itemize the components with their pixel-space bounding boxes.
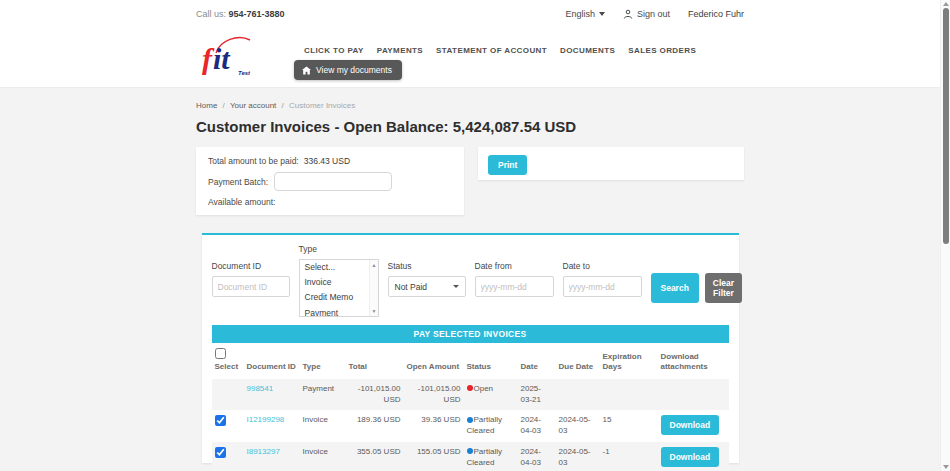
select-all-checkbox[interactable]	[215, 348, 226, 359]
cell-document-id: I12199298	[244, 410, 300, 442]
nav-documents[interactable]: DOCUMENTS	[560, 46, 615, 55]
cell-total: 355.05 USD	[346, 442, 404, 471]
cell-download	[658, 379, 729, 411]
scroll-down-icon[interactable]: ▼	[372, 308, 377, 314]
download-button[interactable]: Download	[661, 447, 720, 467]
download-button[interactable]: Download	[661, 415, 720, 435]
table-header-row: Select Document ID Type Total Open Amoun…	[212, 343, 729, 379]
scrollbar-thumb[interactable]	[943, 8, 949, 244]
search-button[interactable]: Search	[651, 273, 699, 303]
cell-select	[212, 379, 244, 411]
available-amount-label: Available amount:	[208, 197, 275, 207]
page-title: Customer Invoices - Open Balance: 5,424,…	[196, 118, 744, 135]
cell-due-date: 2024-05-03	[556, 410, 600, 442]
logo-letter-f: f	[202, 42, 212, 76]
cell-open-amount: -101,015.00 USD	[404, 379, 464, 411]
cell-download: Download	[658, 410, 729, 442]
language-label: English	[565, 9, 595, 19]
call-us: Call us: 954-761-3880	[196, 9, 285, 19]
invoice-row: I8913297 Invoice 355.05 USD 155.05 USD P…	[212, 442, 729, 471]
tooltip-text: View my documents	[316, 65, 392, 75]
language-selector[interactable]: English	[565, 9, 605, 19]
company-logo[interactable]: f it Test	[196, 36, 260, 84]
cell-due-date: 2024-05-03	[556, 442, 600, 471]
document-id-link[interactable]: 998541	[247, 384, 274, 393]
cell-open-amount: 39.36 USD	[404, 410, 464, 442]
document-id-input[interactable]	[212, 276, 290, 297]
cell-status: Partially Cleared	[464, 442, 518, 471]
cell-document-id: I8913297	[244, 442, 300, 471]
print-card: Print	[478, 147, 744, 180]
status-text: Open	[474, 384, 494, 393]
cell-status: Partially Cleared	[464, 410, 518, 442]
row-checkbox[interactable]	[215, 415, 226, 426]
breadcrumb-your-account[interactable]: Your account	[230, 101, 276, 110]
nav-click-to-pay[interactable]: CLICK TO PAY	[304, 46, 364, 55]
cell-type: Invoice	[300, 410, 346, 442]
page: Call us: 954-761-3880 English Sign out F…	[0, 0, 950, 471]
document-id-link[interactable]: I8913297	[247, 447, 280, 456]
scroll-up-icon[interactable]: ▲	[372, 262, 377, 268]
date-to-input[interactable]	[563, 276, 642, 297]
view-my-documents-tooltip: View my documents	[294, 60, 402, 80]
breadcrumb-home[interactable]: Home	[196, 101, 217, 110]
main-content: Home / Your account / Customer Invoices …	[0, 88, 950, 471]
col-select: Select	[212, 343, 244, 379]
col-status: Status	[464, 343, 518, 379]
cell-expiration-days: -1	[600, 442, 658, 471]
cell-date: 2024-04-03	[518, 442, 556, 471]
date-from-label: Date from	[475, 261, 554, 271]
cell-type: Payment	[300, 379, 346, 411]
cell-date: 2024-04-03	[518, 410, 556, 442]
type-option-select[interactable]: Select...	[300, 260, 378, 275]
clear-filter-button[interactable]: Clear Filter	[705, 273, 742, 303]
col-total: Total	[346, 343, 404, 379]
status-select[interactable]: Not Paid	[388, 276, 466, 297]
date-from-input[interactable]	[475, 276, 554, 297]
invoice-row: I12199298 Invoice 189.36 USD 39.36 USD P…	[212, 410, 729, 442]
date-to-label: Date to	[563, 261, 642, 271]
sign-out-label: Sign out	[637, 9, 670, 19]
row-checkbox[interactable]	[215, 447, 226, 458]
cell-select	[212, 410, 244, 442]
col-date: Date	[518, 343, 556, 379]
payment-batch-input[interactable]	[274, 172, 392, 191]
header: f it Test CLICK TO PAY PAYMENTS STATEMEN…	[0, 27, 950, 88]
cell-document-id: 998541	[244, 379, 300, 411]
status-dot-icon	[467, 448, 473, 454]
document-id-link[interactable]: I12199298	[247, 415, 285, 424]
invoices-table: Select Document ID Type Total Open Amoun…	[212, 343, 729, 471]
filter-bar: Document ID Type Select... Invoice Credi…	[212, 244, 729, 317]
nav-sales-orders[interactable]: SALES ORDERS	[628, 46, 696, 55]
col-open-amount: Open Amount	[404, 343, 464, 379]
scrollbar-up-icon[interactable]	[943, 2, 949, 6]
nav-statement-of-account[interactable]: STATEMENT OF ACCOUNT	[436, 46, 547, 55]
type-listbox[interactable]: Select... Invoice Credit Memo Payment ▲ …	[299, 259, 379, 317]
payment-batch-label: Payment Batch:	[208, 177, 268, 187]
col-download-attachments: Download attachments	[658, 343, 729, 379]
user-name[interactable]: Federico Fuhr	[688, 9, 744, 19]
nav-payments[interactable]: PAYMENTS	[377, 46, 423, 55]
sign-out-button[interactable]: Sign out	[623, 9, 670, 19]
invoice-row: 998541 Payment -101,015.00 USD -101,015.…	[212, 379, 729, 411]
cell-status: Open	[464, 379, 518, 411]
col-expiration-days: Expiration Days	[600, 343, 658, 379]
type-option-payment[interactable]: Payment	[300, 306, 378, 317]
type-option-invoice[interactable]: Invoice	[300, 275, 378, 290]
cell-download: Download	[658, 442, 729, 471]
vertical-scrollbar[interactable]	[940, 0, 950, 471]
total-to-be-paid-value: 336.43 USD	[304, 156, 350, 166]
status-dot-icon	[467, 385, 473, 391]
status-label: Status	[388, 261, 466, 271]
col-type: Type	[300, 343, 346, 379]
pay-selected-invoices-button[interactable]: PAY SELECTED INVOICES	[212, 325, 729, 343]
phone-number-link[interactable]: 954-761-3880	[229, 9, 285, 19]
col-document-id: Document ID	[244, 343, 300, 379]
chevron-down-icon	[453, 285, 459, 288]
logo-subtext: Test	[238, 70, 250, 76]
listbox-scrollbar[interactable]: ▲ ▼	[369, 260, 378, 316]
scrollbar-down-icon[interactable]	[943, 465, 949, 469]
cell-open-amount: 155.05 USD	[404, 442, 464, 471]
print-button[interactable]: Print	[488, 155, 527, 175]
type-option-credit-memo[interactable]: Credit Memo	[300, 290, 378, 305]
